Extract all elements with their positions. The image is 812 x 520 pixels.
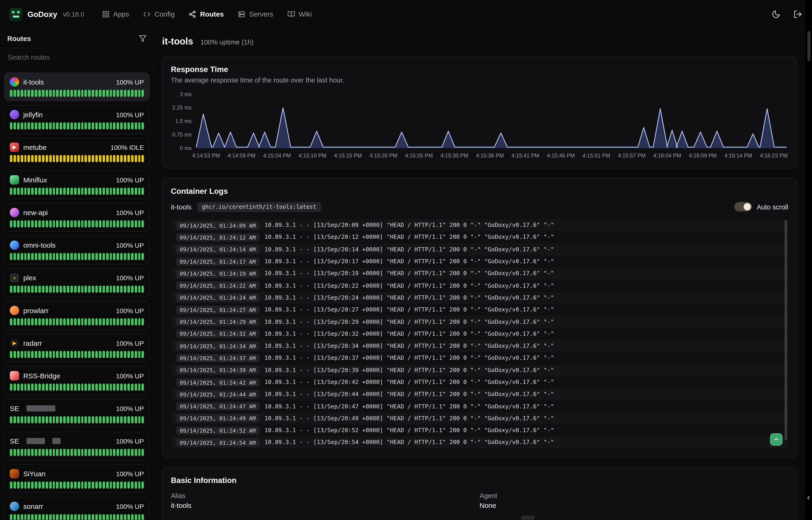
uptime-bar <box>63 187 66 195</box>
autoscroll-toggle[interactable] <box>734 202 752 211</box>
route-list-item[interactable]: sonarr 100% UP <box>4 497 150 520</box>
route-list-item[interactable]: RSS-Bridge 100% UP <box>4 366 150 395</box>
uptime-bar <box>142 318 144 326</box>
uptime-bar <box>28 416 30 423</box>
uptime-bar <box>92 122 94 130</box>
svg-text:4:15:41 PM: 4:15:41 PM <box>511 153 539 159</box>
route-app-icon: ▶ <box>10 142 19 152</box>
uptime-bar <box>46 514 48 520</box>
uptime-bar <box>88 351 91 358</box>
route-list-item[interactable]: ▶ radarr 100% UP <box>4 334 150 362</box>
nav-item-apps[interactable]: Apps <box>102 10 129 18</box>
uptime-bar <box>78 253 80 260</box>
route-app-icon <box>10 77 19 86</box>
uptime-bar <box>56 155 59 162</box>
uptime-bar <box>17 318 20 326</box>
uptime-bars <box>10 482 144 489</box>
route-list-item[interactable]: ▶ metube 100% IDLE <box>4 138 150 166</box>
uptime-bar <box>38 90 41 97</box>
uptime-bar <box>142 384 144 391</box>
route-list-item[interactable]: prowlarr 100% UP <box>4 301 150 330</box>
route-name: Miniflux <box>23 176 47 184</box>
theme-toggle-button[interactable] <box>771 9 781 19</box>
route-item-header: new-api 100% UP <box>10 208 144 217</box>
uptime-bar <box>42 122 45 130</box>
uptime-bar <box>42 318 45 326</box>
route-list-item[interactable]: new-api 100% UP <box>4 203 150 232</box>
route-status-badge: 100% UP <box>116 502 144 510</box>
route-list-item[interactable]: » plex 100% UP <box>4 268 150 297</box>
log-timestamp-badge: 09/14/2025, 01:24:09 AM <box>176 221 259 230</box>
route-list-item[interactable]: jellyfin 100% UP <box>4 105 150 134</box>
top-navbar: GoDoxy v0.18.0 Apps Config Routes Server… <box>0 0 812 29</box>
nav-item-routes[interactable]: Routes <box>189 10 224 18</box>
uptime-bar <box>120 253 123 260</box>
route-list-item[interactable]: SE 100% UP <box>4 399 150 427</box>
uptime-bar <box>42 514 45 520</box>
uptime-bar <box>17 416 20 423</box>
nav-item-servers[interactable]: Servers <box>238 10 273 18</box>
uptime-bar <box>70 482 73 489</box>
uptime-bar <box>63 384 66 391</box>
drawer-collapse-button[interactable] <box>805 491 812 504</box>
uptime-bar <box>67 351 69 358</box>
uptime-bar <box>53 482 55 489</box>
uptime-bar <box>70 416 73 423</box>
uptime-bar <box>49 384 52 391</box>
log-row: 09/14/2025, 01:24:44 AM 10.89.3.1 - - [1… <box>171 388 788 400</box>
uptime-bar <box>35 155 37 162</box>
uptime-bar <box>109 384 112 391</box>
log-timestamp-badge: 09/14/2025, 01:24:29 AM <box>176 318 259 326</box>
nav-item-config[interactable]: Config <box>143 10 175 18</box>
info-label: Host <box>171 519 480 520</box>
uptime-bar <box>56 90 59 97</box>
log-row: 09/14/2025, 01:24:14 AM 10.89.3.1 - - [1… <box>171 243 788 256</box>
log-row: 09/14/2025, 01:24:17 AM 10.89.3.1 - - [1… <box>171 255 788 267</box>
uptime-bar <box>109 514 112 520</box>
uptime-bar <box>63 514 66 520</box>
uptime-bar <box>120 449 123 456</box>
route-list-item[interactable]: omni-tools 100% UP <box>4 236 150 264</box>
uptime-bar <box>67 122 69 130</box>
uptime-bar <box>103 122 105 130</box>
uptime-bar <box>103 286 105 293</box>
log-timestamp-badge: 09/14/2025, 01:24:42 AM <box>176 378 259 387</box>
route-list-item[interactable]: SE 100% UP <box>4 432 150 460</box>
uptime-bar <box>131 318 133 326</box>
uptime-bar <box>81 482 84 489</box>
page-scrollbar-thumb[interactable] <box>807 31 810 61</box>
uptime-bar <box>99 351 102 358</box>
uptime-bar <box>21 514 23 520</box>
nav-item-wiki[interactable]: Wiki <box>287 10 312 18</box>
uptime-bar <box>74 384 77 391</box>
uptime-bar <box>28 187 30 195</box>
uptime-bar <box>38 220 41 227</box>
uptime-bar <box>31 90 34 97</box>
logout-button[interactable] <box>792 9 803 19</box>
uptime-bar <box>31 416 34 423</box>
uptime-bar <box>17 155 20 162</box>
search-row <box>0 48 154 67</box>
log-timestamp-badge: 09/14/2025, 01:24:32 AM <box>176 330 259 338</box>
uptime-bar <box>99 220 102 227</box>
uptime-bar <box>49 351 52 358</box>
brand[interactable]: GoDoxy v0.18.0 <box>9 7 84 21</box>
uptime-bar <box>21 351 23 358</box>
route-list-item[interactable]: SiYuan 100% UP <box>4 464 150 493</box>
uptime-bar <box>78 482 80 489</box>
uptime-bar <box>24 220 27 227</box>
uptime-bar <box>56 253 59 260</box>
uptime-bar <box>38 482 41 489</box>
route-list-item[interactable]: it-tools 100% UP <box>4 73 150 101</box>
filter-icon[interactable] <box>139 35 146 43</box>
uptime-bar <box>21 220 23 227</box>
uptime-bar <box>35 220 37 227</box>
uptime-bar <box>70 187 73 195</box>
chevron-up-icon <box>773 436 779 442</box>
route-list-item[interactable]: Miniflux 100% UP <box>4 171 150 199</box>
search-input[interactable] <box>7 53 147 61</box>
uptime-bar <box>95 122 98 130</box>
log-scrollbar-thumb[interactable] <box>785 220 787 440</box>
uptime-bar <box>106 253 109 260</box>
scroll-to-top-button[interactable] <box>770 433 782 445</box>
